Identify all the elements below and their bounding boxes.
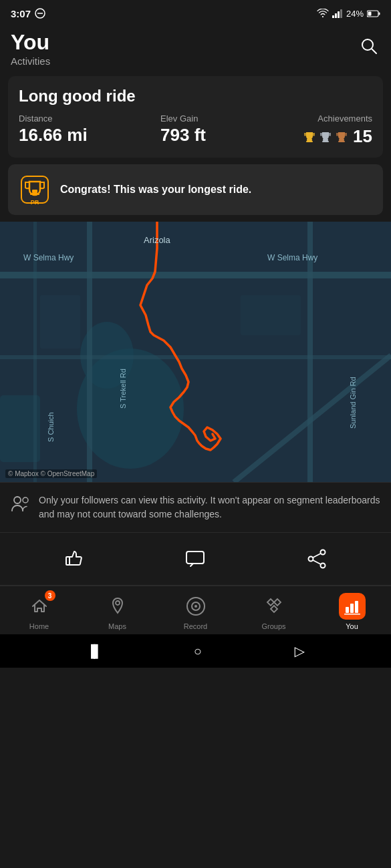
- time-display: 3:07: [11, 8, 31, 19]
- svg-text:PR: PR: [31, 199, 39, 206]
- bottom-nav: 3 Home Maps Record: [0, 586, 391, 634]
- record-label: Record: [184, 622, 207, 630]
- share-button[interactable]: [297, 542, 337, 576]
- svg-rect-29: [0, 355, 391, 359]
- comment-button[interactable]: [175, 542, 215, 576]
- svg-rect-31: [40, 295, 80, 349]
- elev-value: 793 ft: [160, 125, 302, 146]
- svg-rect-32: [241, 295, 301, 335]
- you-label: You: [346, 622, 358, 630]
- home-icon-wrap: 3: [26, 593, 53, 620]
- svg-rect-7: [379, 12, 380, 15]
- activity-card: Long good ride Distance 16.66 mi Elev Ga…: [8, 76, 383, 158]
- status-bar: 3:07 24%: [0, 0, 391, 24]
- distance-stat: Distance 16.66 mi: [19, 114, 160, 146]
- svg-rect-55: [344, 614, 360, 615]
- achievements-label: Achievements: [317, 114, 372, 124]
- svg-text:Arizola: Arizola: [144, 235, 171, 245]
- achievements-stat: Achievements: [302, 114, 372, 147]
- svg-rect-3: [335, 13, 337, 18]
- search-icon: [360, 37, 378, 55]
- svg-rect-16: [338, 141, 345, 142]
- page-header: You Activities: [0, 24, 391, 76]
- you-icon-wrap: [339, 593, 366, 620]
- svg-rect-8: [368, 11, 372, 15]
- pr-icon-wrap: PR: [19, 174, 51, 206]
- elev-label: Elev Gain: [160, 114, 302, 124]
- svg-point-48: [116, 601, 120, 605]
- followers-icon: [11, 495, 31, 512]
- svg-rect-19: [30, 193, 39, 195]
- home-badge: 3: [45, 590, 55, 601]
- activity-map[interactable]: W Selma Hwy Arizola W Selma Hwy S Trekel…: [0, 222, 391, 482]
- achievements-count: 15: [353, 126, 372, 147]
- back-button[interactable]: ◁: [295, 643, 305, 659]
- maps-label: Maps: [108, 622, 126, 630]
- svg-rect-26: [87, 222, 92, 482]
- record-icon: [186, 596, 206, 616]
- system-nav: ▐▌ ○ ◁: [0, 634, 391, 668]
- svg-rect-2: [332, 15, 334, 18]
- nav-item-groups[interactable]: Groups: [247, 593, 301, 630]
- svg-rect-54: [355, 601, 358, 613]
- svg-rect-4: [338, 11, 340, 18]
- home-button[interactable]: ○: [194, 644, 202, 659]
- record-icon-wrap: [182, 593, 209, 620]
- svg-point-51: [194, 605, 197, 608]
- nav-item-record[interactable]: Record: [169, 593, 223, 630]
- svg-rect-12: [306, 141, 313, 142]
- svg-rect-42: [186, 552, 204, 564]
- search-button[interactable]: [358, 35, 380, 57]
- status-time-group: 3:07: [11, 8, 45, 19]
- status-indicators: 24%: [317, 9, 380, 19]
- share-icon: [305, 548, 328, 570]
- distance-value: 16.66 mi: [19, 125, 160, 146]
- like-button[interactable]: [54, 542, 94, 576]
- groups-icon: [264, 597, 284, 616]
- svg-point-39: [14, 497, 21, 503]
- svg-line-10: [372, 49, 376, 53]
- svg-rect-14: [322, 141, 329, 142]
- svg-text:Sunland Gin Rd: Sunland Gin Rd: [349, 377, 357, 429]
- groups-icon-wrap: [261, 593, 287, 620]
- activity-stats: Distance 16.66 mi Elev Gain 793 ft Achie…: [19, 114, 372, 147]
- wifi-icon: [317, 9, 329, 18]
- recent-apps-button[interactable]: ▐▌: [86, 644, 101, 658]
- svg-text:S Trekell Rd: S Trekell Rd: [119, 369, 127, 409]
- battery-icon: [367, 10, 380, 17]
- thumbs-up-icon: [63, 548, 86, 570]
- signal-icon: [332, 9, 343, 18]
- distance-label: Distance: [19, 114, 160, 124]
- svg-rect-53: [350, 604, 354, 613]
- activity-name: Long good ride: [19, 87, 372, 105]
- page-title: You: [11, 31, 50, 54]
- nav-item-home[interactable]: 3 Home: [13, 593, 66, 630]
- svg-text:W Selma Hwy: W Selma Hwy: [267, 253, 317, 262]
- svg-rect-5: [340, 9, 342, 18]
- svg-rect-41: [66, 557, 70, 565]
- elev-stat: Elev Gain 793 ft: [160, 114, 302, 146]
- privacy-icon: [11, 495, 31, 515]
- nav-item-you[interactable]: You: [325, 593, 379, 630]
- svg-rect-18: [32, 190, 37, 193]
- svg-point-40: [23, 497, 28, 503]
- pr-text: Congrats! This was your longest ride.: [60, 184, 251, 196]
- home-label: Home: [29, 622, 49, 630]
- svg-rect-52: [346, 607, 349, 613]
- action-bar: [0, 532, 391, 586]
- header-title-group: You Activities: [11, 31, 50, 67]
- page-subtitle: Activities: [11, 55, 50, 67]
- privacy-notice: Only your followers can view this activi…: [0, 482, 391, 532]
- gold-trophy-icon: [302, 130, 317, 144]
- pr-icon: PR: [19, 174, 51, 206]
- achievements-row: 15: [302, 126, 372, 147]
- nav-item-maps[interactable]: Maps: [91, 593, 144, 630]
- maps-icon-wrap: [104, 593, 131, 620]
- groups-label: Groups: [261, 622, 285, 630]
- do-not-disturb-icon: [35, 8, 45, 19]
- svg-text:W Selma Hwy: W Selma Hwy: [23, 253, 74, 262]
- svg-line-47: [313, 560, 321, 564]
- svg-line-46: [313, 554, 321, 558]
- battery-text: 24%: [346, 9, 364, 19]
- home-icon: [31, 598, 48, 615]
